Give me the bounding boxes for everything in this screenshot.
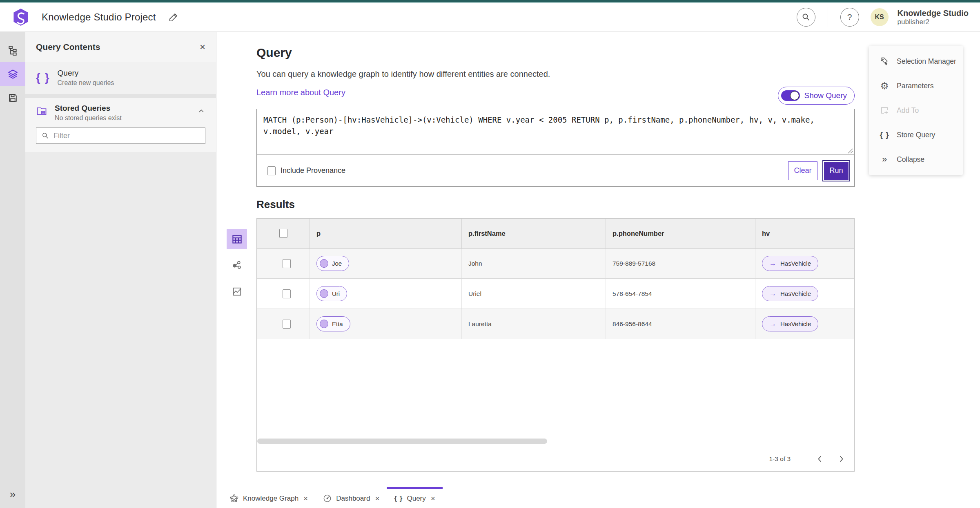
node-label: Etta xyxy=(332,320,343,327)
chevron-up-icon[interactable] xyxy=(197,107,205,117)
edge-label: HasVehicle xyxy=(780,260,811,267)
learn-more-link[interactable]: Learn more about Query xyxy=(256,88,345,97)
app-logo-icon[interactable] xyxy=(11,7,30,27)
edge-pill[interactable]: → HasVehicle xyxy=(762,286,818,301)
filter-input[interactable] xyxy=(53,132,200,140)
node-icon xyxy=(320,289,328,298)
show-query-toggle[interactable]: Show Query xyxy=(778,87,855,105)
expand-panel-button[interactable]: » xyxy=(0,488,25,501)
results-table: p p.firstName p.phoneNumber hv Joe John … xyxy=(256,218,855,472)
table-row: Etta Lauretta 846-956-8644 → HasVehicle xyxy=(257,309,854,339)
close-tab-icon[interactable]: × xyxy=(375,495,379,502)
edge-pill[interactable]: → HasVehicle xyxy=(762,316,818,331)
username: publisher2 xyxy=(898,18,969,26)
query-text-input[interactable]: MATCH (p:Person)-[hv:HasVehicle]->(v:Veh… xyxy=(257,109,854,155)
include-provenance-checkbox[interactable] xyxy=(267,166,276,175)
view-table-button[interactable] xyxy=(227,229,247,249)
tab-label: Knowledge Graph xyxy=(243,495,298,503)
rail-item-saved[interactable] xyxy=(0,86,25,110)
help-button[interactable]: ? xyxy=(840,8,859,27)
column-header-phonenumber[interactable]: p.phoneNumber xyxy=(606,219,755,248)
panel-header: Query Contents × xyxy=(25,32,216,62)
app-header: Knowledge Studio Project ? KS Knowledge … xyxy=(0,3,980,32)
stored-queries-title: Stored Queries xyxy=(55,104,122,113)
run-button[interactable]: Run xyxy=(823,161,849,181)
toggle-knob xyxy=(790,91,799,100)
node-label: Joe xyxy=(332,260,342,267)
bottom-tab-bar: Knowledge Graph × Dashboard × { } Query … xyxy=(216,487,980,508)
avatar[interactable]: KS xyxy=(871,8,889,26)
stored-queries-header[interactable]: Stored Queries No stored queries exist xyxy=(36,104,205,122)
braces-icon: { } xyxy=(394,495,403,503)
select-all-checkbox[interactable] xyxy=(279,229,287,238)
action-label: Collapse xyxy=(897,155,924,164)
node-pill[interactable]: Joe xyxy=(316,256,349,271)
column-header-p[interactable]: p xyxy=(310,219,462,248)
cell-firstname: Lauretta xyxy=(462,309,606,339)
tab-dashboard[interactable]: Dashboard × xyxy=(315,487,387,508)
next-page-button[interactable] xyxy=(835,452,848,465)
toggle-switch[interactable] xyxy=(781,90,800,101)
close-panel-icon[interactable]: × xyxy=(200,42,205,52)
query-editor: MATCH (p:Person)-[hv:HasVehicle]->(v:Veh… xyxy=(256,109,855,187)
close-tab-icon[interactable]: × xyxy=(431,495,435,502)
rail-item-queries[interactable] xyxy=(0,62,25,86)
user-info: Knowledge Studio publisher2 xyxy=(898,9,969,26)
hierarchy-tree-icon xyxy=(7,45,18,56)
parameters-item[interactable]: ⚙ Parameters xyxy=(869,74,963,98)
tab-label: Dashboard xyxy=(336,495,370,503)
panel-item-query[interactable]: { } Query Create new queries xyxy=(25,62,216,94)
filter-search-icon xyxy=(41,132,49,140)
row-checkbox[interactable] xyxy=(283,320,291,329)
column-header-firstname[interactable]: p.firstName xyxy=(462,219,606,248)
resize-handle[interactable] xyxy=(848,148,853,155)
row-checkbox[interactable] xyxy=(283,259,291,268)
collapse-item[interactable]: » Collapse xyxy=(869,147,963,172)
edge-pill[interactable]: → HasVehicle xyxy=(762,256,818,271)
cell-firstname: John xyxy=(462,248,606,278)
close-tab-icon[interactable]: × xyxy=(303,495,308,502)
previous-page-button[interactable] xyxy=(813,452,826,465)
node-pill[interactable]: Uri xyxy=(316,286,347,301)
row-checkbox[interactable] xyxy=(283,289,291,298)
action-label: Store Query xyxy=(897,131,935,139)
table-row: Uri Uriel 578-654-7854 → HasVehicle xyxy=(257,279,854,309)
brand-strip xyxy=(0,0,980,3)
left-icon-rail: » xyxy=(0,32,25,508)
pagination-label: 1-3 of 3 xyxy=(769,455,791,463)
column-header-hv[interactable]: hv xyxy=(755,219,854,248)
view-map-button[interactable] xyxy=(227,281,247,302)
tab-query[interactable]: { } Query × xyxy=(387,487,442,508)
tab-label: Query xyxy=(407,495,425,503)
braces-icon: { } xyxy=(879,130,890,139)
stored-queries-subtitle: No stored queries exist xyxy=(55,114,122,122)
map-view-icon xyxy=(232,286,242,297)
cell-phonenumber: 846-956-8644 xyxy=(606,309,755,339)
selection-manager-icon xyxy=(879,56,890,66)
save-icon xyxy=(8,93,18,103)
edge-label: HasVehicle xyxy=(780,290,811,297)
action-label: Add To xyxy=(897,106,919,115)
cell-phonenumber: 759-889-57168 xyxy=(606,248,755,278)
rail-item-hierarchy[interactable] xyxy=(0,38,25,62)
edge-label: HasVehicle xyxy=(780,320,811,327)
tab-knowledge-graph[interactable]: Knowledge Graph × xyxy=(222,487,315,508)
query-contents-panel: Query Contents × { } Query Create new qu… xyxy=(25,32,216,508)
results-title: Results xyxy=(256,198,855,211)
table-row: Joe John 759-889-57168 → HasVehicle xyxy=(257,248,854,279)
table-view-icon xyxy=(232,234,243,245)
clear-button[interactable]: Clear xyxy=(788,161,817,180)
folder-icon xyxy=(36,105,47,117)
view-network-button[interactable] xyxy=(227,255,247,275)
table-header-row: p p.firstName p.phoneNumber hv xyxy=(257,219,854,248)
query-item-subtitle: Create new queries xyxy=(58,79,114,87)
filter-field[interactable] xyxy=(36,128,205,144)
show-query-label: Show Query xyxy=(804,91,847,100)
horizontal-scrollbar[interactable] xyxy=(257,439,547,444)
selection-manager-item[interactable]: Selection Manager xyxy=(869,49,963,74)
store-query-item[interactable]: { } Store Query xyxy=(869,123,963,147)
node-pill[interactable]: Etta xyxy=(316,316,350,331)
edit-title-icon[interactable] xyxy=(168,12,179,22)
action-label: Selection Manager xyxy=(897,57,956,66)
search-button[interactable] xyxy=(797,8,815,27)
